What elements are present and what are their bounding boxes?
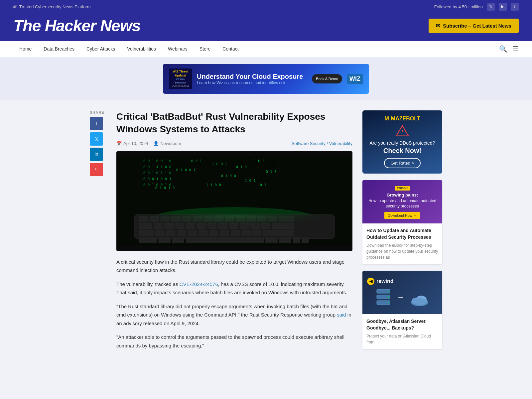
- svg-text:0 1: 0 1: [260, 183, 266, 187]
- nav-contact[interactable]: Contact: [216, 41, 244, 57]
- article-author: 👤 Newsroom: [153, 141, 181, 146]
- svg-point-74: [388, 302, 389, 303]
- svg-text:0 1 0 0 1: 0 1 0 0 1: [176, 168, 196, 172]
- said-link[interactable]: said: [337, 312, 346, 318]
- ddos-question: Are you really DDoS protected?: [370, 140, 435, 146]
- tagline: #1 Trusted Cybersecurity News Platform: [13, 4, 91, 9]
- svg-text:!: !: [402, 129, 403, 134]
- sidebar-rewind-card[interactable]: ◀ rewind →: [362, 271, 442, 349]
- article-main: Critical 'BatBadBut' Rust Vulnerability …: [116, 110, 352, 356]
- banner-ad-brand: WIZ: [347, 74, 363, 84]
- mazebolt-logo: M MAZEBOLT: [384, 116, 420, 122]
- sidebar-mazebolt-image: M MAZEBOLT ! Are you really DDoS protect…: [362, 110, 442, 174]
- share-other-button[interactable]: ⤷: [90, 163, 103, 176]
- article-category[interactable]: Software Security / Vulnerability: [292, 141, 352, 146]
- banner-ad-sub: Learn how Wiz scans resources and identi…: [197, 80, 307, 85]
- share-linkedin-button[interactable]: in: [90, 148, 103, 161]
- linkedin-icon[interactable]: in: [499, 3, 507, 11]
- rewind-icon: ◀: [367, 278, 374, 285]
- share-facebook-button[interactable]: f: [90, 117, 103, 130]
- share-label: SHARE: [90, 110, 106, 114]
- banner-ad-cta-button[interactable]: Book A Demo: [312, 74, 342, 83]
- svg-text:0 0 1 0 1 1 0: 0 0 1 0 1 1 0: [143, 171, 171, 175]
- rewind-card-desc: Protect your data on Atlassian Cloud fro…: [366, 333, 438, 345]
- subscribe-label: Subscribe – Get Latest News: [443, 23, 511, 29]
- banner-ad-text: Understand Your Cloud Exposure Learn how…: [197, 73, 307, 85]
- ebook-card-body: How to Update and Automate Outdated Secu…: [362, 223, 442, 264]
- svg-text:0 0 1: 0 0 1: [191, 159, 202, 163]
- svg-text:1 0 0 1: 1 0 0 1: [212, 162, 227, 166]
- nav-links: Home Data Breaches Cyber Attacks Vulnera…: [13, 41, 245, 57]
- share-sidebar: SHARE f 𝕏 in ⤷: [90, 110, 106, 356]
- subscribe-button[interactable]: ✉ Subscribe – Get Latest News: [429, 19, 519, 33]
- main-wrapper: SHARE f 𝕏 in ⤷ Critical 'BatBadBut' Rust…: [83, 100, 449, 366]
- rewind-card-image: ◀ rewind →: [362, 271, 442, 314]
- banner-ad[interactable]: WIZ ThreatUpdate! XZ UtilsBackdoor CVE-2…: [163, 64, 369, 94]
- ebook-card-title: How to Update and Automate Outdated Secu…: [366, 227, 438, 240]
- search-icon[interactable]: 🔍: [499, 45, 507, 53]
- nav-cyber-attacks[interactable]: Cyber Attacks: [80, 41, 121, 57]
- download-now-button[interactable]: Download Now →: [384, 212, 420, 219]
- svg-text:0 0 1 0 0 1 0: 0 0 1 0 0 1 0: [143, 159, 171, 163]
- svg-text:1 0 0: 1 0 0: [254, 159, 264, 163]
- ebook-badge: EBOOK: [395, 186, 410, 191]
- banner-ad-image: WIZ ThreatUpdate! XZ UtilsBackdoor CVE-2…: [169, 68, 192, 89]
- banner-ad-img-text: WIZ ThreatUpdate! XZ UtilsBackdoor CVE-2…: [172, 70, 189, 87]
- top-bar-right: Followed by 4.50+ million 𝕏 in f: [434, 3, 519, 11]
- menu-icon[interactable]: ☰: [513, 45, 519, 53]
- svg-text:0 0 0 1 0 0 1: 0 0 0 1 0 0 1: [143, 177, 171, 181]
- svg-rect-66: [134, 214, 334, 238]
- nav-store[interactable]: Store: [194, 41, 216, 57]
- sidebar-mazebolt-ad[interactable]: M MAZEBOLT ! Are you really DDoS protect…: [362, 110, 442, 174]
- rewind-card-body: Goodbye, Atlassian Server. Goodbye... Ba…: [362, 314, 442, 349]
- rewind-card-title: Goodbye, Atlassian Server. Goodbye... Ba…: [366, 318, 438, 331]
- nav-bar: Home Data Breaches Cyber Attacks Vulnera…: [0, 41, 532, 57]
- rewind-content: →: [367, 288, 438, 308]
- ebook-card-image: EBOOK Growing pains: How to update and a…: [362, 180, 442, 223]
- envelope-icon: ✉: [436, 23, 440, 29]
- svg-text:1 1 0 0: 1 1 0 0: [206, 183, 221, 187]
- rewind-logo: ◀ rewind: [367, 278, 438, 285]
- right-sidebar: M MAZEBOLT ! Are you really DDoS protect…: [362, 110, 442, 356]
- svg-point-78: [412, 298, 427, 305]
- facebook-icon[interactable]: f: [511, 3, 519, 11]
- banner-ad-title: Understand Your Cloud Exposure: [197, 73, 307, 80]
- nav-icons: 🔍 ☰: [499, 45, 519, 53]
- check-now-title: Check Now!: [383, 147, 421, 155]
- svg-text:1 0 1: 1 0 1: [245, 178, 255, 183]
- top-bar: #1 Trusted Cybersecurity News Platform F…: [0, 0, 532, 13]
- article-para1: A critical security flaw in the Rust sta…: [116, 258, 352, 275]
- cve-link[interactable]: CVE-2024-24576: [180, 281, 218, 287]
- get-rated-button[interactable]: Get Rated >: [384, 158, 421, 168]
- article-para2: The vulnerability, tracked as CVE-2024-2…: [116, 280, 352, 297]
- article-date: 📅 Apr 10, 2024: [116, 141, 148, 146]
- svg-point-72: [388, 291, 389, 292]
- svg-point-73: [388, 296, 389, 298]
- twitter-icon[interactable]: 𝕏: [487, 3, 495, 11]
- nav-vulnerabilities[interactable]: Vulnerabilities: [121, 41, 162, 57]
- ebook-card-desc: Download the eBook for step-by-step guid…: [366, 242, 438, 260]
- sidebar-ebook-card[interactable]: EBOOK Growing pains: How to update and a…: [362, 180, 442, 264]
- article-body: A critical security flaw in the Rust sta…: [116, 258, 352, 350]
- nav-home[interactable]: Home: [13, 41, 38, 57]
- svg-text:0 1 0 0: 0 1 0 0: [221, 174, 236, 178]
- svg-text:0 1 0: 0 1 0: [266, 169, 276, 174]
- ebook-img-title: Growing pains: How to update and automat…: [367, 193, 438, 209]
- author-icon: 👤: [153, 141, 159, 146]
- share-twitter-button[interactable]: 𝕏: [90, 132, 103, 146]
- article-para3: "The Rust standard library did not prope…: [116, 302, 352, 328]
- article-hero-image: 0 0 1 0 0 1 0 0 0 1 1 1 0 0 0 0 1 0 1 1 …: [116, 151, 352, 251]
- calendar-icon: 📅: [116, 141, 122, 146]
- svg-text:0 1 0: 0 1 0: [236, 165, 246, 169]
- site-title[interactable]: The Hacker News: [13, 17, 141, 35]
- header-main: The Hacker News ✉ Subscribe – Get Latest…: [0, 13, 532, 41]
- article-title: Critical 'BatBadBut' Rust Vulnerability …: [116, 110, 352, 136]
- article-meta-left: 📅 Apr 10, 2024 👤 Newsroom: [116, 141, 181, 146]
- nav-data-breaches[interactable]: Data Breaches: [38, 41, 80, 57]
- article-para4: "An attacker able to control the argumen…: [116, 333, 352, 350]
- article-meta: 📅 Apr 10, 2024 👤 Newsroom Software Secur…: [116, 141, 352, 146]
- followed-by-text: Followed by 4.50+ million: [434, 4, 483, 9]
- svg-text:0 0 1 1 1 0 0: 0 0 1 1 1 0 0: [143, 165, 171, 169]
- nav-webinars[interactable]: Webinars: [162, 41, 194, 57]
- svg-text:0 1 0 1 0: 0 1 0 1 0: [155, 186, 175, 190]
